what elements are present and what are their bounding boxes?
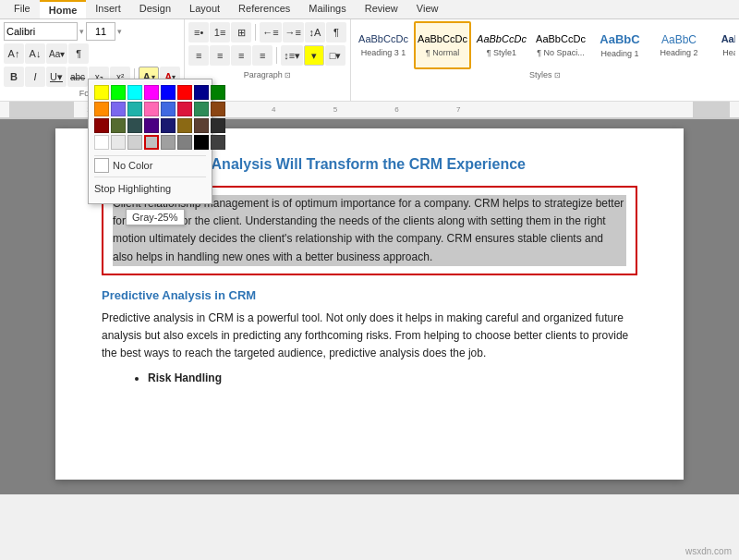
grow-font-btn[interactable]: A↑: [4, 43, 24, 64]
color-dark-red[interactable]: [94, 118, 109, 133]
section2-para: Predictive analysis in CRM is a powerful…: [102, 310, 637, 363]
bullet-item-1: Risk Handling: [148, 371, 637, 384]
numbering-btn[interactable]: 1≡: [210, 22, 230, 43]
color-dark-charcoal[interactable]: [211, 118, 225, 133]
highlighted-paragraph-text: Client relationship management is of opt…: [113, 195, 626, 266]
underline-btn[interactable]: U▾: [46, 67, 67, 87]
color-crimson[interactable]: [177, 102, 192, 116]
color-light-sea-green[interactable]: [127, 102, 142, 116]
show-para-btn[interactable]: ¶: [326, 22, 346, 43]
bullets-btn[interactable]: ≡•: [188, 22, 209, 43]
color-gray25[interactable]: [144, 135, 159, 150]
strikethrough-btn[interactable]: abc: [67, 67, 88, 87]
color-midnight-blue[interactable]: [161, 118, 176, 133]
color-green[interactable]: [111, 85, 126, 100]
tab-home[interactable]: Home: [40, 0, 87, 18]
style-style1[interactable]: AaBbCcDc ¶ Style1: [473, 21, 530, 69]
color-dark-green[interactable]: [211, 85, 225, 100]
color-dark-slate[interactable]: [127, 118, 142, 133]
color-medium-slate[interactable]: [111, 102, 126, 116]
stop-highlighting-btn[interactable]: Stop Highlighting: [94, 183, 171, 194]
sep3: [276, 47, 277, 64]
tab-review[interactable]: Review: [356, 0, 407, 18]
no-color-box[interactable]: [94, 158, 109, 173]
color-indigo[interactable]: [144, 118, 159, 133]
sep2: [255, 24, 256, 41]
color-gray90[interactable]: [111, 135, 126, 150]
align-right-btn[interactable]: ≡: [231, 45, 251, 66]
style-heading[interactable]: AaBbC Heading: [709, 21, 735, 69]
stop-highlight-row: Stop Highlighting: [94, 177, 206, 198]
color-hot-pink[interactable]: [144, 102, 159, 116]
shrink-font-btn[interactable]: A↓: [25, 43, 45, 64]
color-red[interactable]: [177, 85, 192, 100]
color-royal-blue[interactable]: [161, 102, 176, 116]
color-blue[interactable]: [161, 85, 176, 100]
justify-btn[interactable]: ≡: [252, 45, 273, 66]
tab-bar: File Home Insert Design Layout Reference…: [0, 0, 739, 19]
color-gray35[interactable]: [177, 135, 192, 150]
color-grid: [94, 85, 206, 150]
color-saddle-brown[interactable]: [211, 102, 225, 116]
style-normal[interactable]: AaBbCcDc ¶ Normal: [414, 21, 471, 69]
align-center-btn[interactable]: ≡: [210, 45, 230, 66]
tab-file[interactable]: File: [5, 0, 40, 18]
tab-mailings[interactable]: Mailings: [299, 0, 355, 18]
color-dark-brown[interactable]: [194, 118, 209, 133]
color-white[interactable]: [94, 135, 109, 150]
tab-references[interactable]: References: [229, 0, 299, 18]
color-orange[interactable]: [94, 102, 109, 116]
color-cyan[interactable]: [127, 85, 142, 100]
shading-btn[interactable]: ▾: [304, 45, 324, 66]
line-spacing-btn[interactable]: ↕≡▾: [281, 45, 303, 66]
sort-btn[interactable]: ↕A: [305, 22, 325, 43]
color-black[interactable]: [194, 135, 209, 150]
no-color-label[interactable]: No Color: [113, 160, 152, 171]
tab-view[interactable]: View: [407, 0, 448, 18]
decrease-indent-btn[interactable]: ←≡: [260, 22, 281, 43]
change-case-btn[interactable]: Aa▾: [46, 43, 67, 64]
color-magenta[interactable]: [144, 85, 159, 100]
tab-layout[interactable]: Layout: [180, 0, 229, 18]
no-color-row: No Color: [94, 155, 206, 175]
watermark: wsxdn.com: [685, 546, 732, 556]
color-picker-popup: No Color Stop Highlighting Gray-25%: [88, 79, 212, 204]
styles-group-label: Styles ⊡: [355, 70, 735, 79]
color-dark-gray[interactable]: [211, 135, 225, 150]
style-nospace[interactable]: AaBbCcDc ¶ No Spaci...: [532, 21, 589, 69]
color-dark-olive[interactable]: [111, 118, 126, 133]
clear-format-btn[interactable]: ¶: [68, 43, 89, 64]
gray25-tooltip: Gray-25%: [126, 209, 185, 225]
styles-group: AaBbCcDc Heading 3 1 AaBbCcDc ¶ Normal A…: [351, 19, 739, 101]
color-dark-goldenrod[interactable]: [177, 118, 192, 133]
color-gray75[interactable]: [127, 135, 142, 150]
increase-indent-btn[interactable]: →≡: [283, 22, 304, 43]
style-heading31[interactable]: AaBbCcDc Heading 3 1: [355, 21, 412, 69]
font-name-input[interactable]: [4, 22, 78, 41]
multilevel-btn[interactable]: ⊞: [231, 22, 251, 43]
bold-btn[interactable]: B: [4, 67, 24, 87]
align-left-btn[interactable]: ≡: [188, 45, 209, 66]
style-heading1[interactable]: AaBbC Heading 1: [591, 21, 648, 69]
style-heading2[interactable]: AaBbC Heading 2: [650, 21, 708, 69]
border-btn[interactable]: □▾: [325, 45, 345, 66]
color-gray50[interactable]: [161, 135, 176, 150]
tab-insert[interactable]: Insert: [86, 0, 130, 18]
color-sea-green[interactable]: [194, 102, 209, 116]
color-yellow[interactable]: [94, 85, 109, 100]
tab-design[interactable]: Design: [130, 0, 180, 18]
color-dark-blue[interactable]: [194, 85, 209, 100]
section2-heading: Predictive Analysis in CRM: [102, 288, 637, 302]
font-size-input[interactable]: [86, 22, 115, 41]
italic-btn[interactable]: I: [25, 67, 45, 87]
